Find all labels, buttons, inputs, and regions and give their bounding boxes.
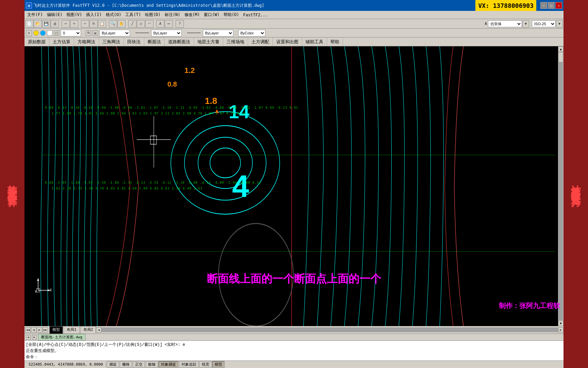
tb-arc[interactable]: ◠ — [145, 20, 153, 28]
font-label: A — [485, 21, 487, 26]
style-select[interactable]: ISO-25 — [532, 20, 556, 27]
tb-print[interactable]: 🖨 — [51, 20, 59, 28]
tab-layout2[interactable]: 布局2 — [80, 326, 96, 334]
cad-canvas[interactable]: 1.2 0.8 1.8 ▲ 14 4 0.00 -0.13 -0.34 -0.1… — [24, 46, 564, 326]
vx-contact: VX: 13788006903 — [475, 0, 536, 11]
tab-first-btn[interactable]: ◄◄ — [25, 327, 31, 333]
tab-prev-btn[interactable]: ◄ — [31, 327, 36, 333]
menu-draw[interactable]: 绘图(D) — [143, 11, 163, 18]
hscroll-track[interactable] — [101, 327, 558, 332]
status-grid[interactable]: 栅格 — [120, 361, 132, 368]
status-otrack[interactable]: 对象追踪 — [179, 361, 199, 368]
tb-save[interactable]: 💾 — [42, 20, 50, 28]
cmd-text-2: 正在重生成模型。 — [26, 348, 59, 354]
nav-field[interactable]: 田块法 — [124, 37, 144, 46]
layer-icon4: □ — [54, 30, 59, 36]
menu-help[interactable]: 帮助(O) — [222, 11, 241, 18]
tab-model[interactable]: 模型 — [49, 326, 63, 334]
nav-section[interactable]: 断面法 — [144, 37, 165, 46]
hscroll[interactable]: ◄ ► — [96, 326, 564, 334]
nav-tools[interactable]: 辅助工具 — [302, 37, 327, 46]
menu-fasttf[interactable]: FastTF2... — [241, 12, 270, 18]
tab-layout1[interactable]: 布局1 — [64, 326, 80, 334]
status-snap[interactable]: 捕捉 — [107, 361, 119, 368]
command-line-3[interactable]: 命令： — [26, 354, 562, 360]
status-model[interactable]: 模型 — [212, 361, 225, 368]
status-osnap[interactable]: 对象捕捉 — [159, 361, 178, 368]
nav-layer[interactable]: 地层土方量 — [194, 37, 223, 46]
scroll-thumb[interactable] — [558, 52, 563, 62]
tab-last-btn[interactable]: ►► — [43, 327, 48, 333]
tb-cut[interactable]: ✂ — [81, 20, 89, 28]
scroll-v[interactable]: ▲ ▼ — [558, 46, 564, 326]
tb-line[interactable]: ╱ — [128, 20, 136, 28]
status-lweight[interactable]: 线宽 — [199, 361, 212, 368]
layer-props-icon: ⧉ — [86, 30, 91, 36]
nav-estimate[interactable]: 土方估算 — [49, 37, 74, 46]
scroll-up-btn[interactable]: ▲ — [558, 46, 564, 52]
menu-edit[interactable]: 编辑(E) — [45, 11, 65, 18]
tb-copy[interactable]: ⎘ — [89, 20, 98, 28]
hscroll-left-btn[interactable]: ◄ — [96, 327, 101, 333]
tb-open[interactable]: 📂 — [34, 20, 42, 28]
menu-window[interactable]: 窗口(W) — [202, 11, 222, 18]
font-select[interactable]: 仿宋体 — [488, 20, 522, 27]
contour-label-18: 1.8 — [205, 96, 217, 106]
tb-text[interactable]: A — [156, 20, 164, 28]
nav-raw-data[interactable]: 原始数据 — [24, 37, 49, 46]
menu-view[interactable]: 视图(V) — [64, 11, 84, 18]
green-row2: 0.04 -2.05 -1.40 -1.95 -2.50 -1.80 -2.35… — [45, 181, 261, 184]
status-ortho[interactable]: 正交 — [133, 361, 145, 368]
tb-circle[interactable]: ○ — [137, 20, 145, 28]
bycolor-select[interactable]: ByColor — [238, 30, 265, 36]
file-tab-item[interactable]: 断面地-土方计算图.dwg — [38, 334, 85, 340]
command-line-1: [全部(A)/中心点(C)/动态(D)/范围(E)/上一个(P)/比例(S)/窗… — [26, 341, 562, 348]
file-tab-prev[interactable]: ◄ — [26, 335, 31, 340]
bylayer2-select[interactable]: ByLayer — [151, 30, 182, 36]
bylayer1-select[interactable]: ByLayer — [99, 30, 130, 36]
tb-zoom[interactable]: 🔍 — [109, 20, 117, 28]
scroll-down-btn[interactable]: ▼ — [558, 321, 564, 326]
minimize-button[interactable]: ─ — [540, 2, 547, 9]
layer-icon3 — [47, 30, 52, 36]
menu-format[interactable]: 格式(O) — [104, 11, 124, 18]
tb-help[interactable]: ? — [176, 20, 184, 28]
app-icon: a — [26, 2, 32, 9]
tb-pan[interactable]: ✋ — [117, 20, 126, 28]
scroll-track[interactable] — [558, 52, 563, 320]
menu-bar: 文件(F) 编辑(E) 视图(V) 插入(I) 格式(O) 工具(T) 绘图(D… — [24, 11, 564, 19]
line-sep2: ────── — [187, 31, 201, 35]
tb-undo[interactable]: ↩ — [62, 20, 70, 28]
maximize-button[interactable]: □ — [548, 2, 555, 9]
contour-label-4: 4 — [232, 169, 249, 204]
nav-grid[interactable]: 方格网法 — [74, 37, 99, 46]
bylayer3-select[interactable]: ByLayer — [203, 30, 233, 36]
layer-select[interactable]: 0 — [61, 30, 81, 36]
layer-mgr-btn[interactable]: ≡ — [26, 30, 32, 36]
nav-3d[interactable]: 三维场地 — [223, 37, 248, 46]
right-banner-text: 计算软件技术快速支持 — [570, 177, 582, 191]
hscroll-right-btn[interactable]: ► — [558, 327, 564, 333]
tab-next-btn[interactable]: ► — [37, 327, 42, 333]
tb-redo[interactable]: ↪ — [70, 20, 78, 28]
tb-paste[interactable]: 📋 — [98, 20, 106, 28]
command-input[interactable] — [38, 354, 106, 359]
nav-triangle[interactable]: 三角网法 — [99, 37, 124, 46]
menu-annotate[interactable]: 标注(N) — [163, 11, 182, 18]
close-button[interactable]: ✕ — [555, 2, 562, 9]
menu-file[interactable]: 文件(F) — [25, 11, 45, 18]
menu-tools[interactable]: 工具(T) — [123, 11, 143, 18]
status-polar[interactable]: 极轴 — [146, 361, 158, 368]
nav-road-section[interactable]: 道路断面法 — [165, 37, 194, 46]
tb-dim[interactable]: ⟷ — [165, 20, 173, 28]
nav-help[interactable]: 帮助 — [327, 37, 343, 46]
main-content: a 飞时达土方计算软件 FastTFT V12.0 - [C:\Document… — [24, 0, 564, 368]
file-tab-next[interactable]: ► — [32, 335, 37, 340]
menu-modify[interactable]: 修改(M) — [182, 11, 202, 18]
menu-insert[interactable]: 插入(I) — [84, 11, 104, 18]
nav-output[interactable]: 设置和出图 — [273, 37, 302, 46]
line-sep1: ────── — [135, 31, 149, 35]
nav-dispatch[interactable]: 土方调配 — [248, 37, 273, 46]
svg-point-1 — [171, 112, 280, 214]
tb-new[interactable]: 📄 — [25, 20, 33, 28]
